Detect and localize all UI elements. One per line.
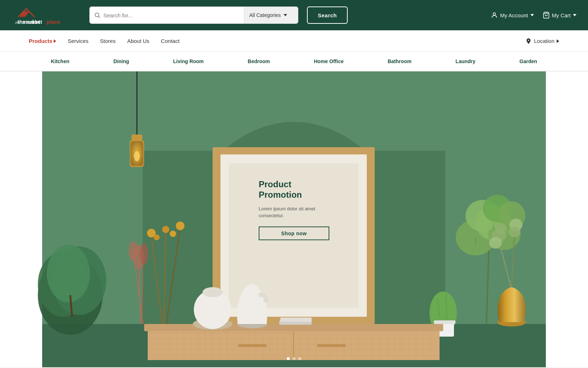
chevron-right-icon (557, 39, 559, 43)
my-cart-button[interactable]: My Cart (543, 12, 577, 19)
chevron-right-icon (54, 39, 56, 43)
my-cart-label: My Cart (552, 12, 571, 18)
svg-line-6 (98, 16, 100, 18)
svg-rect-68 (238, 344, 267, 347)
svg-point-119 (202, 287, 223, 297)
nav-label-services: Services (68, 38, 89, 44)
svg-point-62 (495, 223, 507, 234)
svg-point-5 (95, 13, 99, 17)
main-nav: Products Services Stores About Us Contac… (0, 30, 588, 52)
carousel-dot-1[interactable] (287, 357, 290, 360)
header-actions: My Account My Cart (491, 12, 576, 19)
category-bedroom[interactable]: Bedroom (245, 58, 273, 64)
promo-card-overlay: Product Promotion Lorem ipsum dolor sit … (251, 169, 337, 250)
location-pin-icon (525, 38, 532, 44)
chevron-down-icon (530, 14, 534, 16)
svg-rect-54 (434, 320, 455, 324)
promo-description: Lorem ipsum dolor sit amet consectetur. (259, 205, 329, 219)
nav-item-contact[interactable]: Contact (161, 38, 180, 44)
site-header: the market the market place All Categori… (0, 0, 588, 30)
chevron-down-icon (284, 14, 287, 16)
svg-point-30 (162, 226, 169, 233)
search-input[interactable] (103, 12, 240, 18)
chevron-down-icon (573, 14, 576, 16)
category-laundry[interactable]: Laundry (453, 58, 478, 64)
my-account-button[interactable]: My Account (491, 12, 534, 19)
search-icon (94, 12, 101, 18)
nav-item-about[interactable]: About Us (127, 38, 150, 44)
svg-point-61 (489, 237, 502, 249)
svg-rect-17 (132, 135, 142, 140)
nav-item-products[interactable]: Products (29, 38, 56, 44)
svg-point-64 (509, 227, 520, 237)
svg-point-39 (129, 241, 138, 261)
user-icon (491, 12, 498, 19)
category-bar: Kitchen Dining Living Room Bedroom Home … (0, 52, 588, 71)
category-garden[interactable]: Garden (517, 58, 540, 64)
nav-label-contact: Contact (161, 38, 180, 44)
carousel-dot-2[interactable] (293, 357, 295, 360)
nav-item-stores[interactable]: Stores (100, 38, 116, 44)
nav-label-products: Products (29, 38, 52, 44)
carousel-dot-3[interactable] (298, 357, 301, 360)
svg-text:market: market (22, 19, 40, 25)
location-label: Location (534, 38, 554, 44)
svg-rect-11 (546, 71, 588, 367)
svg-rect-122 (280, 317, 312, 322)
svg-point-20 (134, 151, 140, 161)
category-label: All Categories (249, 12, 281, 18)
logo[interactable]: the market the market place (12, 4, 84, 26)
svg-point-32 (154, 235, 160, 240)
svg-text:place: place (46, 19, 60, 25)
search-button[interactable]: Search (307, 6, 348, 24)
svg-point-24 (47, 245, 90, 302)
location-button[interactable]: Location (525, 38, 559, 44)
category-bathroom[interactable]: Bathroom (385, 58, 414, 64)
nav-item-services[interactable]: Services (68, 38, 89, 44)
svg-point-38 (140, 243, 148, 264)
category-living-room[interactable]: Living Room (170, 58, 207, 64)
search-bar: All Categories (89, 6, 298, 24)
hero-section: Product Promotion Lorem ipsum dolor sit … (0, 71, 588, 367)
promo-title: Product Promotion (259, 179, 329, 200)
category-home-office[interactable]: Home Office (311, 58, 346, 64)
category-dining[interactable]: Dining (111, 58, 132, 64)
search-input-wrap[interactable] (90, 7, 244, 23)
carousel-dots (287, 357, 301, 360)
my-account-label: My Account (500, 12, 528, 18)
category-kitchen[interactable]: Kitchen (48, 58, 72, 64)
svg-text:the: the (15, 20, 20, 25)
nav-label-about: About Us (127, 38, 150, 44)
shop-now-button[interactable]: Shop now (259, 226, 329, 240)
cart-icon (543, 12, 550, 19)
nav-label-stores: Stores (100, 38, 116, 44)
nav-items: Products Services Stores About Us Contac… (29, 38, 525, 44)
svg-point-31 (176, 222, 184, 230)
svg-rect-65 (144, 324, 443, 331)
category-dropdown[interactable]: All Categories (244, 7, 298, 23)
svg-point-33 (170, 231, 176, 237)
svg-rect-10 (0, 71, 42, 367)
svg-rect-69 (317, 344, 346, 347)
svg-point-7 (493, 13, 496, 15)
